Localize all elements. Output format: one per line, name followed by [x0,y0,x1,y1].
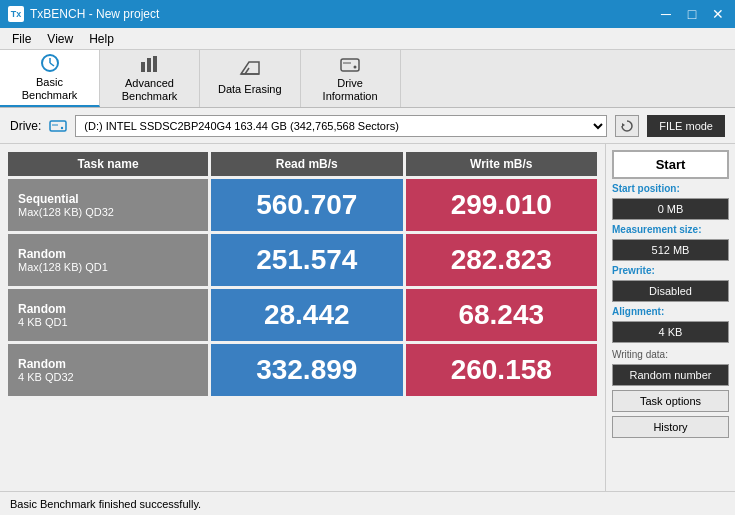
drive-information-label: DriveInformation [323,77,378,103]
menu-view[interactable]: View [39,30,81,48]
write-cell-1: 282.823 [406,234,598,286]
task-name-2: Random [18,302,198,316]
toolbar-basic-benchmark[interactable]: BasicBenchmark [0,50,100,107]
svg-marker-6 [241,62,259,74]
close-button[interactable]: ✕ [709,7,727,21]
svg-rect-4 [147,58,151,72]
write-cell-3: 260.158 [406,344,598,396]
benchmark-area: Task name Read mB/s Write mB/s Sequentia… [0,144,605,491]
title-bar: Tx TxBENCH - New project ─ □ ✕ [0,0,735,28]
toolbar-advanced-benchmark[interactable]: AdvancedBenchmark [100,50,200,107]
task-name-1: Random [18,247,198,261]
menu-bar: File View Help [0,28,735,50]
window-title: TxBENCH - New project [30,7,159,21]
status-bar: Basic Benchmark finished successfully. [0,491,735,515]
start-button[interactable]: Start [612,150,729,179]
svg-marker-15 [622,123,625,127]
drive-label: Drive: [10,119,41,133]
header-write: Write mB/s [406,152,598,176]
read-cell-3: 332.899 [211,344,403,396]
header-read: Read mB/s [211,152,403,176]
svg-rect-12 [50,121,66,131]
header-task: Task name [8,152,208,176]
svg-rect-9 [341,59,359,71]
drive-refresh-button[interactable] [615,115,639,137]
task-name-0: Sequential [18,192,198,206]
history-button[interactable]: History [612,416,729,438]
bench-row-0: Sequential Max(128 KB) QD32 560.707 299.… [8,179,597,231]
data-erasing-label: Data Erasing [218,83,282,96]
task-cell-2: Random 4 KB QD1 [8,289,208,341]
alignment-label: Alignment: [612,306,729,317]
bench-header-row: Task name Read mB/s Write mB/s [8,152,597,176]
svg-rect-3 [141,62,145,72]
writing-data-label: Writing data: [612,349,729,360]
prewrite-label: Prewrite: [612,265,729,276]
task-cell-3: Random 4 KB QD32 [8,344,208,396]
menu-file[interactable]: File [4,30,39,48]
bench-row-3: Random 4 KB QD32 332.899 260.158 [8,344,597,396]
task-cell-0: Sequential Max(128 KB) QD32 [8,179,208,231]
bar-chart-icon [138,54,162,74]
task-sub-2: 4 KB QD1 [18,316,198,328]
app-icon: Tx [8,6,24,22]
toolbar-data-erasing[interactable]: Data Erasing [200,50,301,107]
toolbar-drive-information[interactable]: DriveInformation [301,50,401,107]
main-layout: Task name Read mB/s Write mB/s Sequentia… [0,144,735,491]
bench-row-2: Random 4 KB QD1 28.442 68.243 [8,289,597,341]
task-cell-1: Random Max(128 KB) QD1 [8,234,208,286]
writing-data-value[interactable]: Random number [612,364,729,386]
prewrite-value[interactable]: Disabled [612,280,729,302]
status-text: Basic Benchmark finished successfully. [10,498,201,510]
task-name-3: Random [18,357,198,371]
file-mode-button[interactable]: FILE mode [647,115,725,137]
svg-point-10 [354,65,357,68]
drive-icon [338,54,362,74]
svg-point-13 [61,126,63,128]
task-sub-3: 4 KB QD32 [18,371,198,383]
read-cell-2: 28.442 [211,289,403,341]
maximize-button[interactable]: □ [683,7,701,21]
clock-icon [38,53,62,73]
erase-icon [238,60,262,80]
title-bar-controls: ─ □ ✕ [657,7,727,21]
advanced-benchmark-label: AdvancedBenchmark [122,77,178,103]
svg-line-8 [245,68,249,74]
start-position-label: Start position: [612,183,729,194]
menu-help[interactable]: Help [81,30,122,48]
alignment-value[interactable]: 4 KB [612,321,729,343]
task-options-button[interactable]: Task options [612,390,729,412]
basic-benchmark-label: BasicBenchmark [22,76,78,102]
title-bar-left: Tx TxBENCH - New project [8,6,159,22]
measurement-size-label: Measurement size: [612,224,729,235]
minimize-button[interactable]: ─ [657,7,675,21]
start-position-value[interactable]: 0 MB [612,198,729,220]
read-cell-1: 251.574 [211,234,403,286]
write-cell-0: 299.010 [406,179,598,231]
svg-rect-5 [153,56,157,72]
write-cell-2: 68.243 [406,289,598,341]
bench-row-1: Random Max(128 KB) QD1 251.574 282.823 [8,234,597,286]
drive-icon-small [49,119,67,133]
read-cell-0: 560.707 [211,179,403,231]
task-sub-1: Max(128 KB) QD1 [18,261,198,273]
drive-bar: Drive: (D:) INTEL SSDSC2BP240G4 163.44 G… [0,108,735,144]
svg-line-2 [50,63,54,66]
measurement-size-value[interactable]: 512 MB [612,239,729,261]
right-panel: Start Start position: 0 MB Measurement s… [605,144,735,491]
drive-select[interactable]: (D:) INTEL SSDSC2BP240G4 163.44 GB (342,… [75,115,607,137]
task-sub-0: Max(128 KB) QD32 [18,206,198,218]
toolbar: BasicBenchmark AdvancedBenchmark Data Er… [0,50,735,108]
